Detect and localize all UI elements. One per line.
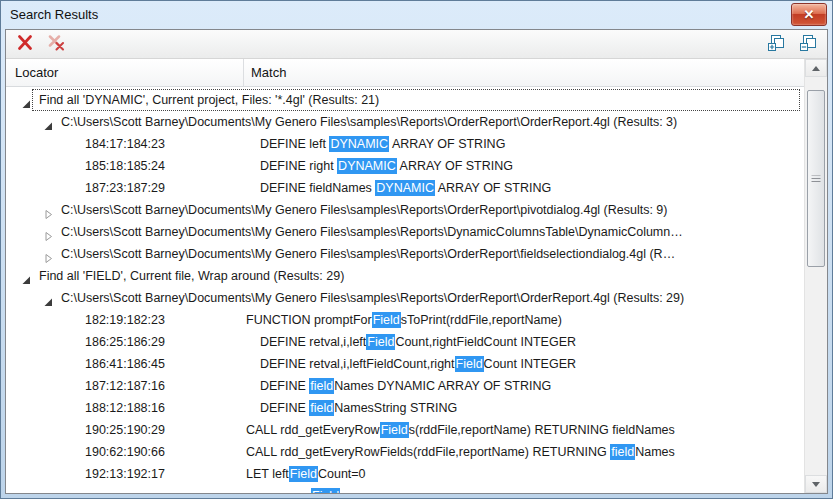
expanded-expander-icon[interactable] <box>21 271 32 282</box>
search-group-row[interactable]: Find all 'DYNAMIC', Current project, Fil… <box>6 89 805 111</box>
locator-value: 184:17:184:23 <box>85 133 165 155</box>
column-header-locator[interactable]: Locator <box>6 59 244 86</box>
expanded-expander-icon[interactable] <box>21 95 32 106</box>
remove-search-button[interactable] <box>15 34 35 54</box>
expand-all-icon <box>768 35 785 54</box>
locator-value: 192:13:192:17 <box>85 463 165 485</box>
close-button[interactable]: ✕ <box>791 3 827 26</box>
file-path-label: C:\Users\Scott Barney\Documents\My Gener… <box>61 111 677 133</box>
locator-value: 187:23:187:29 <box>85 177 165 199</box>
search-group-row[interactable]: Find all 'FIELD', Current file, Wrap aro… <box>6 265 805 287</box>
locator-value: 190:25:190:29 <box>85 419 165 441</box>
match-text: CALL rdd_getEveryRowFields(rddFile,repor… <box>246 441 675 463</box>
match-highlight: Field <box>289 466 318 482</box>
match-highlight: Field <box>380 422 409 438</box>
file-row[interactable]: C:\Users\Scott Barney\Documents\My Gener… <box>6 287 805 309</box>
match-highlight: Field <box>455 356 484 372</box>
file-path-label: C:\Users\Scott Barney\Documents\My Gener… <box>61 221 683 243</box>
file-path-label: C:\Users\Scott Barney\Documents\My Gener… <box>61 287 684 309</box>
match-row[interactable]: 187:23:187:29DEFINE fieldNames DYNAMIC A… <box>6 177 805 199</box>
file-path-label: C:\Users\Scott Barney\Documents\My Gener… <box>61 199 667 221</box>
match-row[interactable]: 184:17:184:23DEFINE left DYNAMIC ARRAY O… <box>6 133 805 155</box>
match-row[interactable]: 188:12:188:16DEFINE fieldNamesString STR… <box>6 397 805 419</box>
match-highlight: DYNAMIC <box>337 158 397 174</box>
search-group-label: Find all 'FIELD', Current file, Wrap aro… <box>39 265 344 287</box>
collapsed-expander-icon[interactable] <box>43 205 54 216</box>
match-row[interactable]: 186:41:186:45DEFINE retval,i,leftFieldCo… <box>6 353 805 375</box>
scroll-down-icon <box>812 482 820 487</box>
match-text: FUNCTION promptForFieldsToPrint(rddFile,… <box>246 309 562 331</box>
collapse-all-button[interactable] <box>798 34 818 54</box>
match-highlight: field <box>309 378 334 394</box>
search-group-label: Find all 'DYNAMIC', Current project, Fil… <box>39 89 379 111</box>
match-highlight: Field <box>366 334 395 350</box>
match-text: DEFINE retval,i,leftFieldCount,rightFiel… <box>260 353 576 375</box>
remove-search-icon <box>17 35 33 53</box>
results-tree: Find all 'DYNAMIC', Current project, Fil… <box>6 87 805 493</box>
collapsed-expander-icon[interactable] <box>43 227 54 238</box>
locator-value: 188:12:188:16 <box>85 397 165 419</box>
match-row[interactable]: 192:13:192:17LET leftFieldCount=0 <box>6 463 805 485</box>
match-text: DEFINE fieldNames DYNAMIC ARRAY OF STRIN… <box>260 375 551 397</box>
column-header-row: Locator Match <box>6 59 805 87</box>
match-text: CALL rdd_getEveryRowFields(rddFile,repor… <box>246 419 675 441</box>
match-highlight: field <box>610 444 635 460</box>
close-icon: ✕ <box>804 8 815 21</box>
search-results-window: Search Results ✕ <box>0 0 833 499</box>
match-row[interactable]: Field <box>6 485 805 493</box>
match-text: DEFINE left DYNAMIC ARRAY OF STRING <box>260 133 505 155</box>
titlebar[interactable]: Search Results <box>1 1 832 28</box>
results-area: Locator Match Find all 'DYNAMIC', Curren… <box>6 59 827 493</box>
match-highlight: Field <box>311 488 340 493</box>
file-row[interactable]: C:\Users\Scott Barney\Documents\My Gener… <box>6 199 805 221</box>
expanded-expander-icon[interactable] <box>43 117 54 128</box>
file-path-label: C:\Users\Scott Barney\Documents\My Gener… <box>61 243 675 265</box>
match-row[interactable]: 187:12:187:16DEFINE fieldNames DYNAMIC A… <box>6 375 805 397</box>
remove-all-searches-button[interactable] <box>47 34 67 54</box>
scroll-down-button[interactable] <box>805 475 827 493</box>
locator-value: 182:19:182:23 <box>85 309 165 331</box>
locator-value: 186:25:186:29 <box>85 331 165 353</box>
match-text: LET leftFieldCount=0 <box>246 463 366 485</box>
panel-content: Locator Match Find all 'DYNAMIC', Curren… <box>5 29 828 494</box>
match-row[interactable]: 185:18:185:24DEFINE right DYNAMIC ARRAY … <box>6 155 805 177</box>
match-text: Field <box>311 485 340 493</box>
expanded-expander-icon[interactable] <box>43 293 54 304</box>
collapse-all-icon <box>800 35 817 54</box>
locator-value: 187:12:187:16 <box>85 375 165 397</box>
column-header-match[interactable]: Match <box>244 59 805 86</box>
file-row[interactable]: C:\Users\Scott Barney\Documents\My Gener… <box>6 243 805 265</box>
match-row[interactable]: 190:25:190:29CALL rdd_getEveryRowFields(… <box>6 419 805 441</box>
match-highlight: DYNAMIC <box>375 180 435 196</box>
scrollbar-thumb[interactable] <box>807 90 825 267</box>
match-text: DEFINE right DYNAMIC ARRAY OF STRING <box>260 155 513 177</box>
match-row[interactable]: 190:62:190:66CALL rdd_getEveryRowFields(… <box>6 441 805 463</box>
match-highlight: field <box>309 400 334 416</box>
match-row[interactable]: 186:25:186:29DEFINE retval,i,leftFieldCo… <box>6 331 805 353</box>
match-row[interactable]: 182:19:182:23FUNCTION promptForFieldsToP… <box>6 309 805 331</box>
scroll-up-button[interactable] <box>805 59 827 77</box>
file-row[interactable]: C:\Users\Scott Barney\Documents\My Gener… <box>6 221 805 243</box>
file-row[interactable]: C:\Users\Scott Barney\Documents\My Gener… <box>6 111 805 133</box>
locator-value: 185:18:185:24 <box>85 155 165 177</box>
vertical-scrollbar[interactable] <box>804 59 827 493</box>
locator-value: 186:41:186:45 <box>85 353 165 375</box>
collapsed-expander-icon[interactable] <box>43 249 54 260</box>
match-text: DEFINE retval,i,leftFieldCount,rightFiel… <box>260 331 576 353</box>
remove-all-searches-icon <box>48 35 66 54</box>
match-highlight: DYNAMIC <box>329 136 389 152</box>
window-title: Search Results <box>10 7 98 22</box>
match-text: DEFINE fieldNames DYNAMIC ARRAY OF STRIN… <box>260 177 551 199</box>
match-highlight: Field <box>372 312 401 328</box>
toolbar <box>6 30 827 59</box>
locator-value: 190:62:190:66 <box>85 441 165 463</box>
match-text: DEFINE fieldNamesString STRING <box>260 397 457 419</box>
expand-all-button[interactable] <box>766 34 786 54</box>
scroll-up-icon <box>812 66 820 71</box>
